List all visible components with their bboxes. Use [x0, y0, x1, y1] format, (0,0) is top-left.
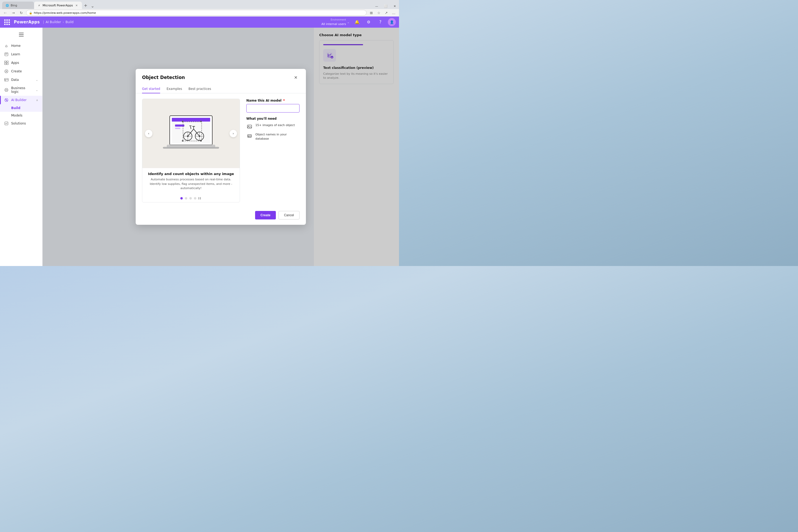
svg-point-13: [5, 88, 8, 92]
carousel-prev-button[interactable]: ‹: [145, 130, 152, 137]
settings-menu-button[interactable]: …: [391, 10, 397, 16]
close-window-button[interactable]: ✕: [391, 3, 399, 9]
settings-button[interactable]: ⚙: [364, 18, 373, 26]
sidebar-item-learn[interactable]: Learn: [0, 50, 42, 58]
required-indicator: *: [283, 99, 285, 102]
notifications-button[interactable]: 🔔: [353, 18, 361, 26]
maximize-button[interactable]: ⬜: [381, 3, 390, 9]
tab-list-chevron[interactable]: ⌄: [89, 3, 96, 9]
apps-icon: [4, 61, 8, 65]
favorites-button[interactable]: ☆: [376, 10, 382, 16]
tab-close-button[interactable]: ✕: [75, 3, 79, 7]
back-icon: ←: [4, 11, 7, 15]
sidebar-item-solutions[interactable]: Solutions: [0, 119, 42, 128]
carousel-heading: Identify and count objects within any im…: [147, 172, 235, 176]
carousel-dot-3[interactable]: [189, 197, 192, 200]
browser-chrome: 🌐 Bing ⚡ Microsoft PowerApps ✕ + ⌄ — ⬜ ✕…: [0, 0, 399, 17]
svg-rect-5: [4, 63, 6, 65]
svg-rect-41: [182, 121, 183, 122]
tab-examples[interactable]: Examples: [167, 85, 182, 93]
model-name-input[interactable]: [246, 104, 300, 113]
laptop-illustration: [162, 112, 220, 156]
carousel-dot-4[interactable]: [194, 197, 196, 200]
refresh-button[interactable]: ↻: [18, 10, 24, 16]
new-tab-button[interactable]: +: [82, 2, 89, 9]
content-area: Choose AI model type +: [42, 28, 399, 266]
tab-powerapps-label: Microsoft PowerApps: [42, 4, 73, 7]
back-button[interactable]: ←: [2, 10, 8, 16]
tab-bing[interactable]: 🌐 Bing: [2, 2, 34, 9]
carousel-pause-button[interactable]: [198, 197, 202, 200]
environment-selector[interactable]: Environment All internal users ⌄: [321, 18, 349, 26]
browser-nav-bar: ← → ↻ 🔒 https://preview.web.powerapps.co…: [0, 9, 399, 17]
sidebar-label-ai-builder: AI Builder: [11, 98, 26, 102]
carousel-text-area: Identify and count objects within any im…: [142, 168, 240, 194]
sidebar-label-solutions: Solutions: [11, 121, 26, 125]
breadcrumb: | AI Builder › Build: [43, 20, 73, 24]
sidebar-subitem-models[interactable]: Models: [0, 112, 42, 119]
create-button[interactable]: Create: [255, 211, 276, 220]
model-name-form-group: Name this AI model *: [246, 99, 300, 113]
modal-right-panel: Name this AI model * What you'll need: [246, 99, 300, 203]
carousel-next-button[interactable]: ›: [230, 130, 237, 137]
object-detection-modal: Object Detection ✕ Get started Examples: [136, 69, 306, 225]
carousel-inner: ‹: [142, 99, 240, 168]
model-name-label: Name this AI model *: [246, 99, 300, 102]
svg-line-16: [5, 99, 7, 101]
sidebar: ⌂ Home Learn Apps: [0, 28, 42, 266]
browser-tabs: 🌐 Bing ⚡ Microsoft PowerApps ✕ + ⌄ — ⬜ ✕: [0, 0, 399, 9]
svg-point-49: [248, 126, 249, 127]
refresh-icon: ↻: [20, 11, 23, 15]
sidebar-item-business-logic[interactable]: Business logic ⌄: [0, 84, 42, 96]
sidebar-label-data: Data: [11, 78, 19, 82]
user-avatar[interactable]: 👤: [388, 18, 396, 26]
forward-button[interactable]: →: [10, 10, 17, 16]
cancel-button[interactable]: Cancel: [279, 211, 300, 220]
modal-title: Object Detection: [142, 75, 185, 80]
tab-powerapps[interactable]: ⚡ Microsoft PowerApps ✕: [34, 2, 82, 9]
sidebar-item-home[interactable]: ⌂ Home: [0, 41, 42, 50]
minimize-button[interactable]: —: [373, 3, 381, 9]
sidebar-item-data[interactable]: Data ⌄: [0, 76, 42, 84]
environment-info: Environment All internal users: [321, 18, 346, 26]
modal-tabs: Get started Examples Best practices: [136, 85, 306, 93]
help-button[interactable]: ?: [376, 18, 385, 26]
ai-builder-subitems: Build Models: [0, 104, 42, 119]
app-header: PowerApps | AI Builder › Build Environme…: [0, 17, 399, 28]
breadcrumb-ai-builder[interactable]: AI Builder: [46, 20, 61, 24]
modal-close-button[interactable]: ✕: [292, 74, 300, 81]
browser-action-buttons: ⊞ ☆ ↗ …: [368, 10, 397, 16]
sidebar-item-apps[interactable]: Apps: [0, 58, 42, 67]
tab-get-started[interactable]: Get started: [142, 85, 160, 93]
sidebar-subitem-build[interactable]: Build: [0, 104, 42, 112]
sidebar-item-create[interactable]: Create: [0, 67, 42, 76]
business-logic-chevron-icon: ⌄: [36, 89, 38, 92]
sidebar-item-ai-builder[interactable]: AI Builder ∧: [0, 96, 42, 104]
svg-rect-43: [182, 140, 183, 141]
solutions-icon: [4, 121, 8, 126]
app-container: PowerApps | AI Builder › Build Environme…: [0, 17, 399, 266]
data-chevron-icon: ⌄: [36, 78, 38, 81]
learn-icon: [4, 52, 8, 56]
waffle-menu-button[interactable]: [3, 18, 11, 26]
sidebar-hamburger-button[interactable]: [17, 30, 26, 39]
need-item-images: 15+ images of each object: [246, 123, 300, 130]
need-database-text: Object names in your database: [255, 132, 300, 141]
address-bar[interactable]: 🔒 https://preview.web.powerapps.com/home: [26, 10, 366, 16]
svg-rect-25: [175, 128, 180, 129]
ai-builder-icon: [4, 98, 8, 102]
tab-best-practices[interactable]: Best practices: [188, 85, 211, 93]
carousel-dot-1[interactable]: [180, 197, 183, 200]
database-icon: [246, 133, 253, 139]
business-logic-icon: [4, 88, 8, 92]
svg-rect-46: [163, 147, 219, 148]
app-brand: PowerApps: [14, 20, 40, 24]
sidebar-label-apps: Apps: [11, 61, 19, 65]
carousel-dot-2[interactable]: [185, 197, 187, 200]
share-button[interactable]: ↗: [383, 10, 390, 16]
sidebar-label-create: Create: [11, 70, 22, 73]
reader-mode-button[interactable]: ⊞: [368, 10, 375, 16]
breadcrumb-build[interactable]: Build: [65, 20, 73, 24]
lock-icon: 🔒: [29, 12, 32, 14]
need-images-text: 15+ images of each object: [255, 123, 295, 127]
